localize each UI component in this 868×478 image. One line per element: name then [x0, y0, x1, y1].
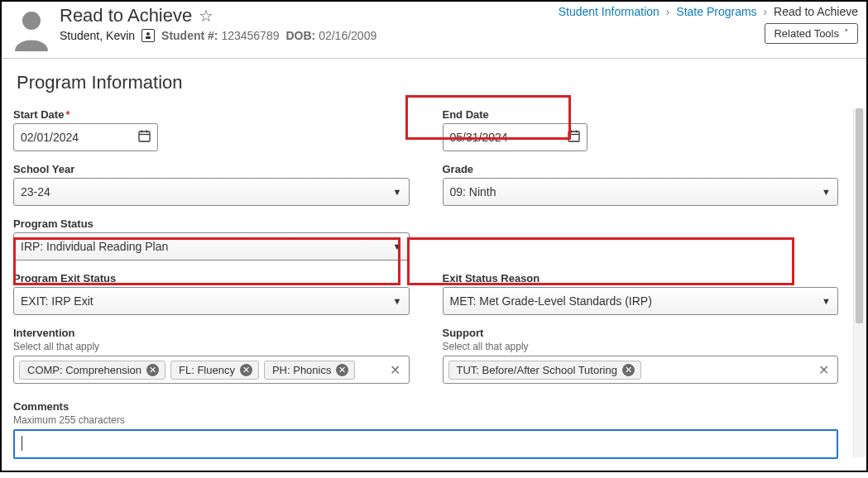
- school-year-select[interactable]: 23-24 ▼: [13, 178, 410, 206]
- support-multiselect[interactable]: TUT: Before/After School Tutoring ✕ ✕: [443, 356, 839, 384]
- chevron-down-icon: ▼: [393, 187, 402, 197]
- svg-point-0: [22, 12, 41, 30]
- svg-rect-3: [139, 131, 150, 141]
- calendar-icon[interactable]: [568, 130, 580, 145]
- exit-status-select[interactable]: EXIT: IRP Exit ▼: [13, 287, 410, 315]
- svg-rect-7: [568, 131, 579, 141]
- breadcrumb-current: Read to Achieve: [774, 5, 858, 18]
- clear-all-icon[interactable]: ✕: [386, 362, 404, 378]
- chevron-right-icon: ›: [663, 5, 674, 18]
- breadcrumb: Student Information › State Programs › R…: [559, 5, 858, 18]
- field-support: Support Select all that apply TUT: Befor…: [443, 327, 839, 384]
- field-comments: Comments Maximum 255 characters: [13, 400, 838, 459]
- chip: COMP: Comprehension ✕: [19, 361, 165, 380]
- student-avatar: [10, 8, 53, 51]
- program-status-select[interactable]: IRP: Individual Reading Plan ▼: [13, 232, 410, 261]
- chevron-down-icon: ▼: [393, 296, 402, 306]
- related-tools-button[interactable]: Related Tools ˄: [765, 23, 858, 44]
- favorite-star-icon[interactable]: ☆: [199, 6, 213, 26]
- chevron-down-icon: ▼: [822, 187, 831, 197]
- svg-point-1: [146, 32, 150, 36]
- page-title: Read to Achieve: [60, 5, 192, 26]
- field-grade: Grade 09: Ninth ▼: [443, 163, 839, 206]
- breadcrumb-link-2[interactable]: State Programs: [676, 5, 756, 18]
- chevron-down-icon: ▼: [393, 241, 402, 251]
- clear-all-icon[interactable]: ✕: [815, 362, 832, 378]
- end-date-input[interactable]: 05/31/2024: [443, 123, 587, 151]
- calendar-icon[interactable]: [138, 130, 151, 145]
- field-start-date: Start Date* 02/01/2024: [13, 108, 410, 151]
- form-content: Program Information Start Date* 02/01/20…: [2, 59, 866, 459]
- start-date-input[interactable]: 02/01/2024: [13, 123, 158, 151]
- field-intervention: Intervention Select all that apply COMP:…: [13, 327, 410, 384]
- chevron-right-icon: ›: [760, 5, 770, 18]
- breadcrumb-link-1[interactable]: Student Information: [559, 5, 659, 18]
- intervention-multiselect[interactable]: COMP: Comprehension ✕ FL: Fluency ✕ PH: …: [13, 356, 410, 384]
- chip-remove-icon[interactable]: ✕: [146, 364, 159, 376]
- exit-reason-select[interactable]: MET: Met Grade-Level Standards (IRP) ▼: [443, 287, 839, 315]
- chip: TUT: Before/After School Tutoring ✕: [448, 361, 641, 380]
- student-name: Student, Kevin: [60, 29, 135, 42]
- field-program-status: Program Status IRP: Individual Reading P…: [13, 217, 410, 261]
- chevron-down-icon: ▼: [822, 296, 831, 306]
- chip: PH: Phonics ✕: [264, 361, 356, 380]
- section-title: Program Information: [17, 72, 855, 93]
- id-card-icon[interactable]: [141, 29, 155, 42]
- chip-remove-icon[interactable]: ✕: [240, 364, 252, 376]
- chevron-up-icon: ˄: [844, 28, 849, 39]
- field-exit-status: Program Exit Status EXIT: IRP Exit ▼: [13, 272, 410, 315]
- scrollbar-track[interactable]: [853, 108, 865, 457]
- chip: FL: Fluency ✕: [170, 361, 259, 380]
- chip-remove-icon[interactable]: ✕: [336, 364, 348, 376]
- field-end-date: End Date 05/31/2024: [443, 108, 839, 151]
- field-school-year: School Year 23-24 ▼: [13, 163, 410, 206]
- student-info-line: Student, Kevin Student #: 123456789 DOB:…: [60, 29, 559, 42]
- scrollbar-thumb[interactable]: [856, 108, 863, 323]
- svg-rect-2: [146, 36, 151, 39]
- grade-select[interactable]: 09: Ninth ▼: [443, 178, 839, 206]
- page-header: Read to Achieve ☆ Student, Kevin Student…: [2, 2, 866, 59]
- comments-textarea[interactable]: [13, 429, 838, 459]
- field-exit-reason: Exit Status Reason MET: Met Grade-Level …: [443, 272, 839, 315]
- text-cursor: [22, 436, 22, 451]
- chip-remove-icon[interactable]: ✕: [622, 364, 635, 376]
